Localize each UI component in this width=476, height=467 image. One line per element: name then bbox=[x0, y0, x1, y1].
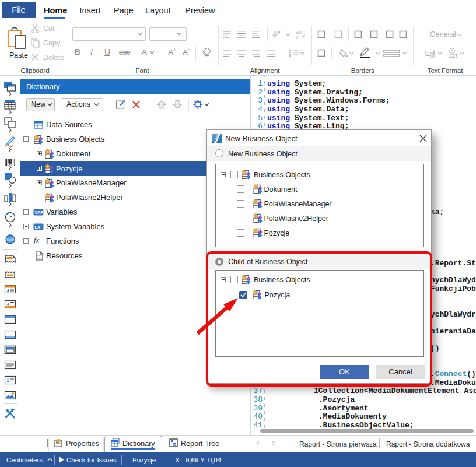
svg-text:ab: ab bbox=[272, 30, 278, 38]
svg-text:[(: [( bbox=[427, 51, 430, 56]
svg-text:123: 123 bbox=[449, 52, 458, 59]
svg-text:E#: E# bbox=[35, 224, 41, 230]
svg-text:VAR: VAR bbox=[35, 210, 44, 215]
svg-text:c: c bbox=[296, 34, 299, 40]
